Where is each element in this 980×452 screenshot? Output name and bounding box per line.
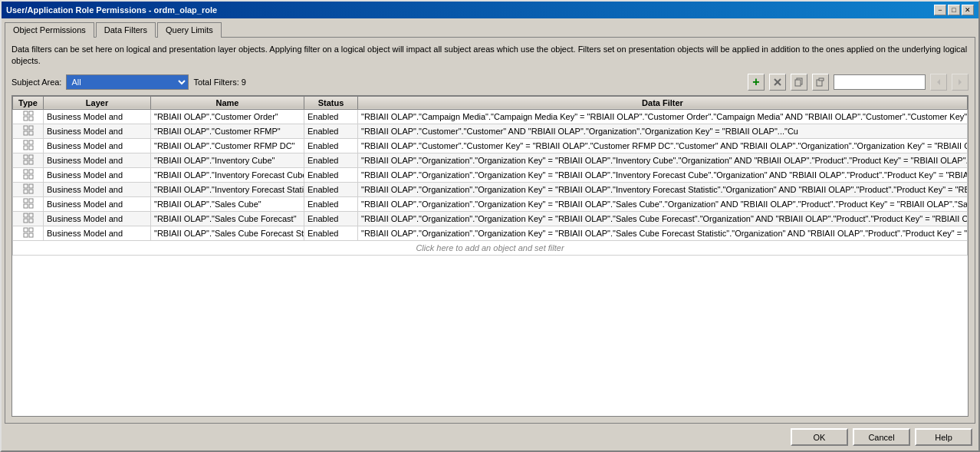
grid-icon [23, 169, 34, 180]
grid-icon [23, 154, 34, 165]
svg-rect-19 [29, 146, 33, 150]
paste-filter-button[interactable] [812, 74, 829, 91]
cell-name: "RBIAII OLAP"."Sales Cube Forecast Sta [151, 226, 304, 240]
copy-icon [794, 78, 804, 87]
table-row[interactable]: Business Model and "RBIAII OLAP"."Custom… [13, 109, 968, 124]
svg-rect-34 [24, 204, 28, 208]
table-row[interactable]: Business Model and "RBIAII OLAP"."Sales … [13, 196, 968, 211]
tab-data-filters[interactable]: Data Filters [96, 22, 156, 38]
svg-rect-13 [29, 126, 33, 130]
svg-marker-7 [959, 79, 962, 85]
cell-type [13, 153, 44, 167]
svg-rect-15 [29, 131, 33, 135]
svg-rect-9 [29, 111, 33, 115]
svg-rect-20 [24, 155, 28, 159]
cell-name: "RBIAII OLAP"."Inventory Forecast Statis [151, 182, 304, 196]
svg-rect-33 [29, 199, 33, 203]
cell-filter: "RBIAII OLAP"."Organization"."Organizati… [358, 167, 968, 182]
nav-next-button[interactable] [952, 74, 968, 91]
maximize-button[interactable]: □ [948, 5, 960, 15]
help-button[interactable]: Help [915, 428, 972, 446]
prev-icon [935, 78, 942, 86]
table-row[interactable]: Business Model and "RBIAII OLAP"."Custom… [13, 124, 968, 138]
table-row[interactable]: Business Model and "RBIAII OLAP"."Sales … [13, 226, 968, 240]
cancel-button[interactable]: Cancel [853, 428, 910, 446]
table-row[interactable]: Business Model and "RBIAII OLAP"."Custom… [13, 138, 968, 153]
svg-rect-35 [29, 204, 33, 208]
paste-icon [816, 78, 825, 87]
svg-rect-30 [24, 190, 28, 193]
cell-name: "RBIAII OLAP"."Sales Cube Forecast" [151, 211, 304, 226]
next-icon [956, 78, 964, 86]
nav-prev-button[interactable] [930, 74, 947, 91]
toolbar-row: Subject Area: All Total Filters: 9 + [12, 74, 968, 91]
svg-rect-18 [24, 146, 28, 150]
tab-bar: Object Permissions Data Filters Query Li… [2, 18, 978, 37]
add-filter-button[interactable]: + [748, 74, 765, 91]
grid-icon [23, 198, 34, 209]
svg-rect-38 [24, 219, 28, 223]
cell-layer: Business Model and [44, 196, 151, 211]
filter-count: Total Filters: 9 [193, 78, 245, 87]
cell-filter: "RBIAII OLAP"."Organization"."Organizati… [358, 226, 968, 240]
svg-rect-24 [24, 170, 28, 173]
svg-rect-31 [29, 190, 33, 193]
cell-type [13, 182, 44, 196]
subject-area-select[interactable]: All [66, 74, 189, 90]
svg-rect-21 [29, 155, 33, 159]
cell-type [13, 211, 44, 226]
cell-layer: Business Model and [44, 182, 151, 196]
cell-name: "RBIAII OLAP"."Sales Cube" [151, 196, 304, 211]
svg-rect-3 [795, 80, 801, 86]
grid-icon [23, 213, 34, 223]
add-filter-cell[interactable]: Click here to add an object and set filt… [13, 240, 968, 255]
cell-status: Enabled [304, 109, 358, 124]
svg-rect-43 [29, 233, 33, 237]
svg-rect-11 [29, 117, 33, 120]
data-filter-table: Type Layer Name Status Data Filter Busin… [12, 95, 968, 417]
table-row[interactable]: Business Model and "RBIAII OLAP"."Invent… [13, 182, 968, 196]
svg-rect-23 [29, 160, 33, 164]
tab-query-limits[interactable]: Query Limits [157, 22, 222, 38]
svg-rect-42 [24, 233, 28, 237]
cell-name: "RBIAII OLAP"."Inventory Forecast Cube [151, 167, 304, 182]
delete-icon [773, 78, 782, 87]
table-row[interactable]: Business Model and "RBIAII OLAP"."Invent… [13, 167, 968, 182]
svg-rect-36 [24, 213, 28, 217]
cell-layer: Business Model and [44, 138, 151, 153]
cell-layer: Business Model and [44, 211, 151, 226]
table-header-row: Type Layer Name Status Data Filter [13, 96, 968, 109]
cell-layer: Business Model and [44, 153, 151, 167]
main-window: User/Application Role Permissions - ordm… [0, 0, 980, 452]
svg-rect-22 [24, 160, 28, 164]
svg-marker-6 [937, 79, 940, 85]
svg-rect-29 [29, 184, 33, 188]
col-header-filter: Data Filter [358, 96, 968, 109]
delete-filter-button[interactable] [769, 74, 786, 91]
ok-button[interactable]: OK [791, 428, 848, 446]
cell-status: Enabled [304, 167, 358, 182]
cell-status: Enabled [304, 138, 358, 153]
cell-status: Enabled [304, 124, 358, 138]
copy-filter-button[interactable] [791, 74, 807, 91]
col-header-type: Type [13, 96, 44, 109]
cell-name: "RBIAII OLAP"."Inventory Cube" [151, 153, 304, 167]
search-input[interactable] [834, 74, 926, 90]
cell-name: "RBIAII OLAP"."Customer RFMP DC" [151, 138, 304, 153]
grid-icon [23, 183, 34, 194]
table-row[interactable]: Business Model and "RBIAII OLAP"."Invent… [13, 153, 968, 167]
svg-rect-10 [24, 117, 28, 120]
close-button[interactable]: ✕ [962, 5, 974, 15]
table-row[interactable]: Business Model and "RBIAII OLAP"."Sales … [13, 211, 968, 226]
tab-object-permissions[interactable]: Object Permissions [5, 22, 94, 38]
svg-rect-8 [24, 111, 28, 115]
cell-status: Enabled [304, 153, 358, 167]
description-text: Data filters can be set here on logical … [12, 44, 968, 68]
add-filter-row[interactable]: Click here to add an object and set filt… [13, 240, 968, 255]
minimize-button[interactable]: − [934, 5, 946, 15]
tab-content: Data filters can be set here on logical … [5, 37, 975, 424]
svg-rect-12 [24, 126, 28, 130]
cell-filter: "RBIAII OLAP"."Organization"."Organizati… [358, 182, 968, 196]
cell-status: Enabled [304, 211, 358, 226]
window-title: User/Application Role Permissions - ordm… [6, 5, 217, 15]
